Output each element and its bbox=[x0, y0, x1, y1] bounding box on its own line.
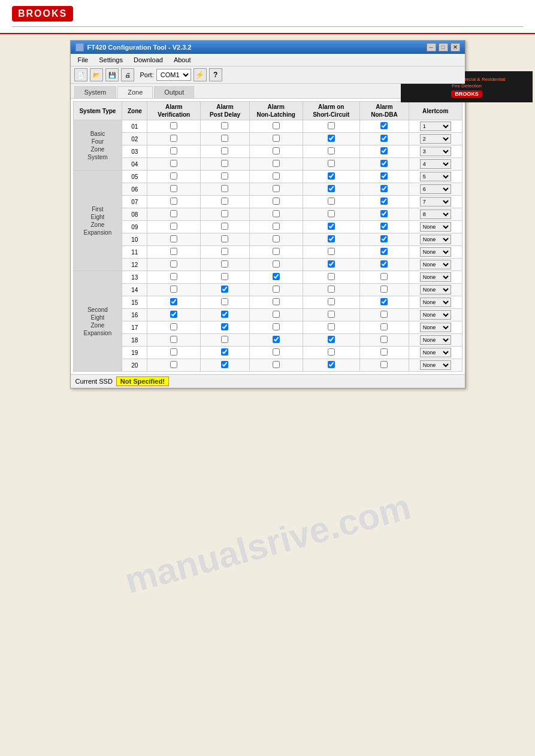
cb-post_delay[interactable] bbox=[221, 160, 228, 167]
cb-short_circuit[interactable] bbox=[328, 260, 335, 268]
cb-verification[interactable] bbox=[170, 273, 177, 280]
cb-non_latching[interactable] bbox=[273, 172, 280, 180]
cb-non_dba[interactable] bbox=[380, 122, 388, 129]
cb-short_circuit[interactable] bbox=[328, 135, 335, 142]
cb-short_circuit[interactable] bbox=[328, 348, 335, 356]
help-button[interactable]: ? bbox=[209, 68, 222, 81]
cb-verification[interactable] bbox=[170, 172, 177, 180]
cb-non_dba[interactable] bbox=[380, 135, 388, 142]
cb-short_circuit[interactable] bbox=[328, 147, 335, 154]
cb-non_dba[interactable] bbox=[380, 361, 388, 368]
cb-post_delay[interactable] bbox=[221, 122, 228, 129]
cb-verification[interactable] bbox=[170, 336, 177, 343]
alertcom-select[interactable]: None12345678 bbox=[420, 360, 451, 370]
alertcom-select[interactable]: None12345678 bbox=[420, 285, 451, 294]
cb-non_latching[interactable] bbox=[273, 223, 280, 230]
menu-file[interactable]: File bbox=[73, 55, 93, 65]
cb-verification[interactable] bbox=[170, 361, 177, 368]
cb-short_circuit[interactable] bbox=[328, 185, 335, 192]
cb-short_circuit[interactable] bbox=[328, 235, 335, 242]
cb-post_delay[interactable] bbox=[221, 273, 228, 280]
close-button[interactable]: ✕ bbox=[451, 43, 460, 51]
cb-verification[interactable] bbox=[170, 235, 177, 242]
save-button[interactable]: 💾 bbox=[105, 68, 119, 81]
alertcom-select[interactable]: None12345678 bbox=[420, 323, 451, 332]
cb-non_latching[interactable] bbox=[273, 361, 280, 368]
alertcom-select[interactable]: None12345678 bbox=[420, 184, 451, 194]
cb-post_delay[interactable] bbox=[221, 147, 228, 154]
cb-post_delay[interactable] bbox=[221, 172, 228, 180]
cb-short_circuit[interactable] bbox=[328, 336, 335, 343]
cb-post_delay[interactable] bbox=[221, 336, 228, 343]
cb-non_dba[interactable] bbox=[380, 348, 388, 356]
cb-non_latching[interactable] bbox=[273, 185, 280, 192]
cb-non_dba[interactable] bbox=[380, 336, 388, 343]
cb-non_latching[interactable] bbox=[273, 248, 280, 255]
cb-non_dba[interactable] bbox=[380, 235, 388, 242]
cb-non_dba[interactable] bbox=[380, 147, 388, 154]
cb-non_dba[interactable] bbox=[380, 298, 388, 305]
cb-post_delay[interactable] bbox=[221, 135, 228, 142]
cb-post_delay[interactable] bbox=[221, 198, 228, 205]
menu-settings[interactable]: Settings bbox=[94, 55, 128, 65]
cb-short_circuit[interactable] bbox=[328, 298, 335, 305]
cb-verification[interactable] bbox=[170, 260, 177, 268]
restore-button[interactable]: □ bbox=[439, 43, 448, 51]
menu-download[interactable]: Download bbox=[129, 55, 168, 65]
alertcom-select[interactable]: None12345678 bbox=[420, 122, 451, 131]
cb-non_dba[interactable] bbox=[380, 286, 388, 293]
alertcom-select[interactable]: None12345678 bbox=[420, 247, 451, 257]
menu-about[interactable]: About bbox=[169, 55, 196, 65]
cb-non_latching[interactable] bbox=[273, 286, 280, 293]
alertcom-select[interactable]: None12345678 bbox=[420, 260, 451, 269]
cb-post_delay[interactable] bbox=[221, 248, 228, 255]
alertcom-select[interactable]: None12345678 bbox=[420, 348, 451, 357]
cb-non_latching[interactable] bbox=[273, 336, 280, 343]
cb-non_dba[interactable] bbox=[380, 160, 388, 167]
cb-verification[interactable] bbox=[170, 311, 177, 318]
cb-non_latching[interactable] bbox=[273, 311, 280, 318]
cb-post_delay[interactable] bbox=[221, 286, 228, 293]
cb-non_latching[interactable] bbox=[273, 348, 280, 356]
cb-short_circuit[interactable] bbox=[328, 210, 335, 217]
cb-verification[interactable] bbox=[170, 348, 177, 356]
cb-post_delay[interactable] bbox=[221, 210, 228, 217]
cb-verification[interactable] bbox=[170, 135, 177, 142]
cb-short_circuit[interactable] bbox=[328, 248, 335, 255]
new-button[interactable]: 📄 bbox=[74, 68, 87, 81]
cb-non_latching[interactable] bbox=[273, 147, 280, 154]
cb-post_delay[interactable] bbox=[221, 361, 228, 368]
cb-short_circuit[interactable] bbox=[328, 172, 335, 180]
cb-verification[interactable] bbox=[170, 210, 177, 217]
cb-short_circuit[interactable] bbox=[328, 361, 335, 368]
alertcom-select[interactable]: None12345678 bbox=[420, 210, 451, 219]
cb-short_circuit[interactable] bbox=[328, 311, 335, 318]
cb-verification[interactable] bbox=[170, 147, 177, 154]
cb-short_circuit[interactable] bbox=[328, 122, 335, 129]
cb-non_latching[interactable] bbox=[273, 160, 280, 167]
alertcom-select[interactable]: None12345678 bbox=[420, 172, 451, 181]
cb-verification[interactable] bbox=[170, 298, 177, 305]
print-button[interactable]: 🖨 bbox=[121, 68, 134, 81]
cb-non_latching[interactable] bbox=[273, 210, 280, 217]
tab-system[interactable]: System bbox=[74, 86, 117, 98]
cb-verification[interactable] bbox=[170, 185, 177, 192]
cb-short_circuit[interactable] bbox=[328, 286, 335, 293]
alertcom-select[interactable]: None12345678 bbox=[420, 134, 451, 144]
cb-non_dba[interactable] bbox=[380, 198, 388, 205]
alertcom-select[interactable]: None12345678 bbox=[420, 335, 451, 345]
cb-non_latching[interactable] bbox=[273, 323, 280, 330]
cb-short_circuit[interactable] bbox=[328, 160, 335, 167]
cb-verification[interactable] bbox=[170, 122, 177, 129]
cb-non_latching[interactable] bbox=[273, 298, 280, 305]
connect-button[interactable]: ⚡ bbox=[194, 68, 207, 81]
cb-non_latching[interactable] bbox=[273, 235, 280, 242]
cb-post_delay[interactable] bbox=[221, 323, 228, 330]
alertcom-select[interactable]: None12345678 bbox=[420, 147, 451, 156]
cb-post_delay[interactable] bbox=[221, 260, 228, 268]
cb-verification[interactable] bbox=[170, 248, 177, 255]
alertcom-select[interactable]: None12345678 bbox=[420, 297, 451, 307]
tab-zone[interactable]: Zone bbox=[117, 86, 153, 98]
cb-short_circuit[interactable] bbox=[328, 198, 335, 205]
cb-post_delay[interactable] bbox=[221, 348, 228, 356]
